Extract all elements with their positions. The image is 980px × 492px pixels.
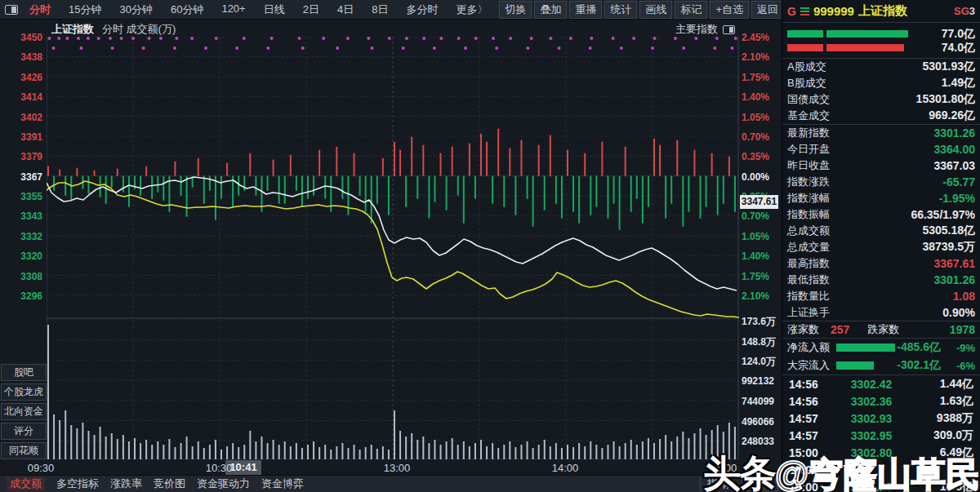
strength-bars: 77.0亿74.0亿 xyxy=(782,23,980,59)
chart-subtitle: 分时 成交额(万) xyxy=(102,22,176,37)
quote-row-label: 最高指数 xyxy=(787,256,830,271)
bottom-tab[interactable]: 竞价图 xyxy=(154,476,185,491)
price-axis-label: 3379 xyxy=(2,151,42,162)
down-count-value: 1978 xyxy=(950,323,975,336)
quote-row: 最新指数3301.26 xyxy=(782,125,980,141)
quote-row-label: 昨日收盘 xyxy=(787,158,830,173)
period-tab[interactable]: 分时 xyxy=(29,2,51,17)
tick-row[interactable]: 14:573302.939388万 xyxy=(782,410,980,427)
left-nav-button[interactable]: 个股龙虎 xyxy=(1,383,47,401)
tick-row[interactable]: 15:00 xyxy=(782,461,980,478)
flow-row: 大宗流入-302.1亿-6% xyxy=(782,357,980,375)
quote-panel: G 999999 上证指数 SG3 77.0亿74.0亿 A股成交5301.93… xyxy=(782,0,980,492)
quote-row: 最低指数3301.26 xyxy=(782,272,980,288)
price-axis-label: 3438 xyxy=(2,51,42,63)
bottom-tab[interactable]: 多空指标 xyxy=(56,476,99,491)
top-toolbar: 分时15分钟30分钟60分钟120+日线2日4日8日多分时更多〉 切换叠加重播统… xyxy=(0,0,782,20)
quote-row-label: 总成交量 xyxy=(787,240,830,255)
left-nav-button[interactable]: 北向资金 xyxy=(1,403,47,420)
tick-row[interactable]: 14:563302.361.63亿 xyxy=(782,392,980,410)
flow-rows: 净流入额-485.6亿-9%大宗流入-302.1亿-6% xyxy=(782,339,980,375)
quote-row-value: 5301.93亿 xyxy=(922,60,975,74)
price-axis-label: 3426 xyxy=(2,72,42,83)
tick-row[interactable]: 15:003302.806.49亿 xyxy=(782,444,980,461)
quote-row-label: 最新指数 xyxy=(787,126,830,140)
left-nav-button[interactable]: 股吧 xyxy=(1,364,47,381)
toolbar-button[interactable]: 重播 xyxy=(569,1,602,19)
toolbar-button[interactable]: 返回 xyxy=(751,1,784,19)
quote-row-label: 指数涨跌 xyxy=(787,175,830,189)
period-tab[interactable]: 15分钟 xyxy=(69,2,101,17)
strength-bar-row: 77.0亿 xyxy=(787,27,975,41)
period-tab[interactable]: 4日 xyxy=(337,2,354,17)
flow-bar xyxy=(836,361,874,370)
quote-row-value: 3367.61 xyxy=(933,257,975,270)
period-tab[interactable]: 8日 xyxy=(372,2,388,17)
quote-row-value: 1.49亿 xyxy=(942,76,975,91)
toolbar-button[interactable]: 切换 xyxy=(499,1,532,19)
price-axis-label: 3355 xyxy=(2,191,42,202)
quote-row-value: 0.90% xyxy=(942,306,975,319)
quote-row: 国债成交15301.80亿 xyxy=(782,91,980,108)
quote-row: 昨日收盘3367.03 xyxy=(782,157,980,174)
time-axis-label: 10:30 xyxy=(206,462,233,474)
stock-code[interactable]: 999999 xyxy=(813,4,854,18)
quote-row-label: 最低指数 xyxy=(787,273,830,287)
quote-row-value: 5305.18亿 xyxy=(922,224,975,238)
zoom-out-button[interactable]: − xyxy=(764,477,778,491)
quote-row: 指数量比1.08 xyxy=(782,288,980,304)
toolbar-button[interactable]: 统计 xyxy=(604,1,637,19)
volume-axis-label: 148.8万 xyxy=(742,335,776,349)
quote-row: 上证换手0.90% xyxy=(782,304,980,321)
pct-axis-label: 0.35% xyxy=(742,151,769,162)
pct-axis-label: 1.75% xyxy=(742,72,769,83)
tick-row[interactable]: 14:563302.421.44亿 xyxy=(782,375,980,392)
left-nav: 股吧个股龙虎北向资金评分同花顺 xyxy=(1,364,47,459)
toolbar-button[interactable]: 叠加 xyxy=(534,1,567,19)
intraday-chart[interactable] xyxy=(47,37,739,459)
quote-row-value: 66.35/1.97% xyxy=(911,208,975,221)
bottom-tab[interactable]: 涨跌率 xyxy=(110,476,142,491)
tick-row[interactable]: 14:573302.95309.0万 xyxy=(782,427,980,444)
period-tab[interactable]: 60分钟 xyxy=(171,2,203,17)
down-count-label: 跌家数 xyxy=(867,322,899,337)
left-nav-button[interactable]: 同花顺 xyxy=(1,442,47,459)
toolbar-button[interactable]: 画线 xyxy=(639,1,672,19)
left-nav-button[interactable]: 评分 xyxy=(1,423,47,440)
pct-axis-label: 0.00% xyxy=(742,171,769,183)
quote-row-value: -1.95% xyxy=(939,192,975,205)
bottom-tab[interactable]: 资金博弈 xyxy=(261,476,304,491)
period-tab[interactable]: 日线 xyxy=(264,2,285,17)
bottom-tab[interactable]: 资金驱动力 xyxy=(197,476,250,491)
crosshair-price-label: 3347.61 xyxy=(740,195,778,209)
period-tab[interactable]: 120+ xyxy=(221,2,245,17)
volume-axis-label: 992132 xyxy=(742,375,774,387)
toolbar-button[interactable]: +自选 xyxy=(710,1,749,19)
strength-bar-value: 77.0亿 xyxy=(942,27,975,42)
bottom-tabbar: 成交额多空指标涨跌率竞价图资金驱动力资金博弈 指标 + − xyxy=(0,475,782,492)
stock-name[interactable]: 上证指数 xyxy=(858,3,907,19)
quote-row-value: 38739.5万 xyxy=(922,240,975,255)
quote-row: 今日开盘3364.00 xyxy=(782,141,980,157)
major-index-toggle[interactable]: 主要指数 xyxy=(653,22,735,37)
bottom-tab[interactable]: 成交额 xyxy=(7,476,45,491)
quote-panel-header: G 999999 上证指数 SG3 xyxy=(782,0,980,23)
panel-toggle-icon[interactable] xyxy=(5,5,18,15)
flow-row: 净流入额-485.6亿-9% xyxy=(782,339,980,357)
toolbar-button[interactable]: 标记 xyxy=(675,1,707,19)
quote-row-value: 3364.00 xyxy=(933,143,975,156)
time-axis-label: 15:00 xyxy=(710,462,737,474)
period-tab[interactable]: 更多〉 xyxy=(456,2,488,17)
period-tab[interactable]: 30分钟 xyxy=(119,2,152,17)
tick-row[interactable]: 15:003301.2616.5亿 xyxy=(782,478,980,492)
price-axis-label: 3367 xyxy=(2,171,42,183)
zoom-in-button[interactable]: + xyxy=(746,477,760,491)
period-tab[interactable]: 多分时 xyxy=(406,2,438,17)
bottom-tabs: 成交额多空指标涨跌率竞价图资金驱动力资金博弈 xyxy=(7,476,304,491)
time-axis-label: 09:30 xyxy=(28,462,55,474)
period-tab[interactable]: 2日 xyxy=(303,2,319,17)
volume-axis-label: 248033 xyxy=(742,436,774,447)
price-axis-label: 3308 xyxy=(2,271,42,282)
indicator-button[interactable]: 指标 xyxy=(700,476,742,491)
quote-row-label: 指数振幅 xyxy=(787,207,830,222)
